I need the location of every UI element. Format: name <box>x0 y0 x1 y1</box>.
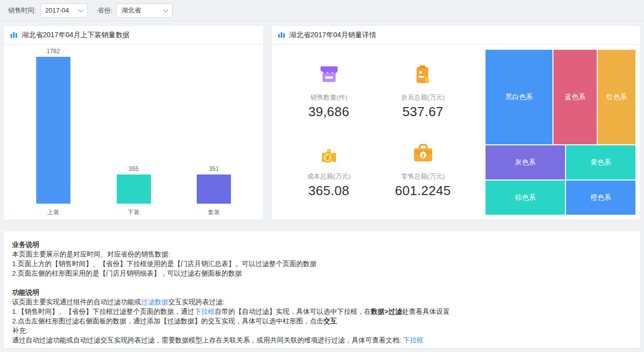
bar-chart-icon <box>278 31 285 40</box>
briefcase-icon: ¥ <box>411 142 435 166</box>
sales-time-value: 2017-04 <box>45 7 69 14</box>
treemap-block[interactable]: 棕色系 <box>485 180 566 215</box>
note-text: 2.页面左侧的柱形图采用的是【门店月销明细表】，可以过滤右侧面板的数据 <box>12 270 242 277</box>
panel-title: 湖北省2017年04月上下装销量数据 <box>22 31 130 40</box>
bar-rect[interactable] <box>117 174 151 204</box>
province-label: 省份: <box>98 6 113 15</box>
chevron-down-icon <box>164 7 169 12</box>
treemap-block[interactable]: 红色系 <box>597 49 636 145</box>
note-text: 2.点击左侧柱形图过滤右侧面板的数据，通过添加【过滤数据】的交互实现，具体可以选… <box>12 317 324 325</box>
treemap-label: 黑白色系 <box>506 93 533 102</box>
notes-heading: 功能说明 <box>12 288 632 297</box>
province-value: 湖北省 <box>121 6 141 15</box>
svg-text:¥: ¥ <box>326 154 330 161</box>
detail-body: 销售数量(件)39,686折后总额(万元)537.67¥成本总额(万元)365.… <box>272 45 640 219</box>
shop-icon <box>317 63 341 87</box>
note-line: 2.点击左侧柱形图过滤右侧面板的数据，通过添加【过滤数据】的交互实现，具体可以选… <box>12 316 632 326</box>
treemap-label: 橙色系 <box>591 193 611 202</box>
kpi-value: 365.08 <box>308 183 349 199</box>
notes-panel: 业务说明本页面主要展示的是对应时间、对应省份的销售数据:1.页面上方的【销售时间… <box>4 231 640 348</box>
treemap-label: 灰色系 <box>515 158 536 167</box>
treemap-label: 黄色系 <box>591 158 611 167</box>
bar-value-label: 355 <box>128 165 138 172</box>
note-text: 1.【销售时间】、【省份】下拉框过滤整个页面的数据，通过 <box>12 308 194 315</box>
doc-link[interactable]: 下拉框 <box>194 308 215 315</box>
filter-bar: 销售时间: 2017-04 省份: 湖北省 <box>0 0 644 21</box>
kpi-item: 销售数量(件)39,686 <box>282 63 376 120</box>
sales-time-label: 销售时间: <box>8 6 36 15</box>
bar-column[interactable]: 351套装 <box>174 45 254 219</box>
coins-icon: ¥ <box>317 142 341 166</box>
doc-link[interactable]: 过滤数据 <box>141 298 169 306</box>
treemap-block[interactable]: 黑白色系 <box>485 49 553 145</box>
bar-rect[interactable] <box>197 174 231 204</box>
bar-value-label: 351 <box>209 165 219 172</box>
note-text: 该页面主要实现通过组件的自动过滤功能或 <box>12 298 141 306</box>
kpi-grid: 销售数量(件)39,686折后总额(万元)537.67¥成本总额(万元)365.… <box>272 45 485 219</box>
chevron-down-icon <box>78 7 83 12</box>
emphasis-text: 数据>过滤 <box>371 308 402 315</box>
bar-chart-icon <box>10 31 18 40</box>
kpi-label: 折后总额(万元) <box>401 93 445 102</box>
clipboard-icon <box>411 63 435 87</box>
treemap-label: 棕色系 <box>515 193 536 202</box>
sales-time-select[interactable]: 2017-04 <box>40 4 88 18</box>
emphasis-text: 交互 <box>324 317 337 325</box>
bar-column[interactable]: 1782上装 <box>13 45 94 219</box>
bar-rect[interactable] <box>36 57 70 204</box>
note-text: 1.页面上方的【销售时间】、【省份】下拉框使用的是【门店月销汇总表】。可以过滤整… <box>12 260 316 268</box>
kpi-label: 零售总额(万元) <box>401 172 445 181</box>
notes-heading: 业务说明 <box>12 240 632 249</box>
note-text: 补充: <box>12 327 28 334</box>
kpi-label: 成本总额(万元) <box>307 172 351 181</box>
treemap-chart: 黑白色系蓝色系红色系灰色系黄色系棕色系橙色系 <box>485 49 636 215</box>
treemap-block[interactable]: 橙色系 <box>566 180 636 215</box>
doc-link[interactable]: 下拉框 <box>403 336 424 344</box>
svg-text:¥: ¥ <box>422 153 425 158</box>
note-text: 交互实现跨表过滤: <box>169 298 225 306</box>
notes-section: 功能说明该页面主要实现通过组件的自动过滤功能或过滤数据交互实现跨表过滤:1.【销… <box>12 288 632 345</box>
bar-value-label: 1782 <box>46 48 60 55</box>
note-text: 通过自动过滤功能或自动过滤交互实现跨表过滤，需要数据模型上存在关联关系，或用共同… <box>12 336 403 344</box>
treemap-label: 蓝色系 <box>565 93 586 102</box>
kpi-label: 销售数量(件) <box>310 93 348 102</box>
treemap-block[interactable]: 蓝色系 <box>553 49 597 145</box>
bar-category-label: 上装 <box>47 208 59 215</box>
kpi-item: ¥成本总额(万元)365.08 <box>282 142 376 199</box>
kpi-value: 39,686 <box>308 104 349 120</box>
treemap-label: 红色系 <box>606 93 627 102</box>
bar-column[interactable]: 355下装 <box>94 45 174 219</box>
sales-bar-panel: 湖北省2017年04月上下装销量数据 1782上装355下装351套装 <box>4 26 263 220</box>
notes-section: 业务说明本页面主要展示的是对应时间、对应省份的销售数据:1.页面上方的【销售时间… <box>12 240 632 278</box>
note-line: 补充: <box>12 326 632 335</box>
bar-category-label: 套装 <box>208 208 220 215</box>
kpi-value: 537.67 <box>403 104 443 120</box>
kpi-item: 折后总额(万元)537.67 <box>376 63 470 120</box>
note-text: 本页面主要展示的是对应时间、对应省份的销售数据: <box>12 250 170 258</box>
sales-detail-panel: 湖北省2017年04月销量详情 销售数量(件)39,686折后总额(万元)537… <box>272 26 640 220</box>
note-text: 自带的【自动过滤】实现，具体可以选中下拉框，在 <box>215 308 371 315</box>
note-line: 本页面主要展示的是对应时间、对应省份的销售数据: <box>12 249 632 259</box>
note-line: 1.页面上方的【销售时间】、【省份】下拉框使用的是【门店月销汇总表】。可以过滤整… <box>12 259 632 269</box>
note-line: 该页面主要实现通过组件的自动过滤功能或过滤数据交互实现跨表过滤: <box>12 297 632 307</box>
kpi-item: ¥零售总额(万元)601.2245 <box>376 142 470 199</box>
note-line: 2.页面左侧的柱形图采用的是【门店月销明细表】，可以过滤右侧面板的数据 <box>12 269 632 278</box>
treemap-block[interactable]: 灰色系 <box>485 145 566 180</box>
panel-header: 湖北省2017年04月销量详情 <box>272 26 640 45</box>
bar-category-label: 下装 <box>128 208 140 215</box>
note-line: 1.【销售时间】、【省份】下拉框过滤整个页面的数据，通过下拉框自带的【自动过滤】… <box>12 307 632 316</box>
note-text: 处查看具体设置 <box>402 308 450 315</box>
province-select[interactable]: 湖北省 <box>116 4 173 18</box>
treemap-block[interactable]: 黄色系 <box>566 145 636 180</box>
note-line: 通过自动过滤功能或自动过滤交互实现跨表过滤，需要数据模型上存在关联关系，或用共同… <box>12 335 632 345</box>
kpi-value: 601.2245 <box>395 183 451 199</box>
panel-header: 湖北省2017年04月上下装销量数据 <box>4 26 263 45</box>
panel-title: 湖北省2017年04月销量详情 <box>289 31 376 40</box>
bar-chart: 1782上装355下装351套装 <box>4 45 263 219</box>
